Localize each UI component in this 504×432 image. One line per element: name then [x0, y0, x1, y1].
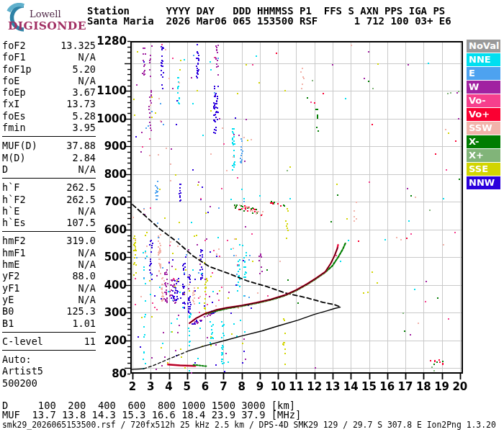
x-tick-label: 5 [178, 380, 197, 393]
parameter-row: foEp3.67 [2, 86, 96, 98]
parameter-row: fxI13.73 [2, 98, 96, 109]
header-line-2: Santa Maria 2026 Mar06 065 153500 RSF 1 … [87, 15, 451, 27]
logo-lowell-text: Lowell [30, 9, 61, 19]
legend-item-vo-: Vo- [467, 94, 500, 107]
x-tick-label: 11 [287, 380, 305, 393]
x-tick-label: 18 [414, 380, 433, 393]
parameter-row: yEN/A [2, 294, 96, 305]
parameter-row: hmF2319.0 [2, 235, 96, 246]
parameter-value: N/A [78, 75, 96, 86]
parameter-label: 500200 [2, 377, 37, 389]
legend-item-vo+: Vo+ [467, 108, 500, 121]
parameter-label: hmE [2, 258, 19, 270]
parameter-label: B0 [2, 305, 14, 317]
parameter-row: foF1N/A [2, 51, 96, 63]
parameter-label: fmin [2, 122, 26, 133]
x-tick-label: 15 [360, 380, 379, 393]
parameter-label: Artist5 [2, 365, 43, 377]
x-tick-label: 20 [451, 380, 469, 393]
parameter-row: yF288.0 [2, 270, 96, 282]
parameter-value: 125.3 [66, 305, 96, 317]
parameter-value: N/A [78, 51, 96, 63]
parameter-value: N/A [78, 258, 96, 270]
ionogram-app: { "logo": { "line1": "Lowell", "line2": … [0, 0, 504, 432]
parameter-row: yF1N/A [2, 282, 96, 294]
parameter-label: C-level [2, 336, 43, 347]
parameter-label: Auto: [2, 354, 32, 365]
x-tick-label: 10 [269, 380, 287, 393]
parameter-value: 88.0 [72, 270, 96, 282]
parameter-row: foEN/A [2, 75, 96, 86]
logo-digisonde-text: DIGISONDE [8, 19, 86, 32]
y-tick-label: 700 [95, 196, 127, 207]
x-tick-label: 13 [323, 380, 342, 393]
parameter-value: 262.5 [66, 194, 96, 205]
parameter-row: h`EN/A [2, 205, 96, 217]
legend-item-noval: NoVal [467, 40, 500, 53]
parameter-value: 13.73 [66, 98, 96, 109]
legend-item-x-: X- [467, 135, 500, 148]
parameter-label: h`F [2, 181, 19, 193]
parameter-row: foF213.325 [2, 40, 96, 51]
parameter-value: 1.01 [72, 318, 96, 329]
parameter-row: hmEN/A [2, 258, 96, 270]
parameter-value: N/A [78, 247, 96, 258]
status-line: smk29_2026065153500.rsf / 720fx512h 25 k… [2, 420, 496, 430]
parameter-row: C-level11 [2, 336, 96, 347]
parameter-row: fmin3.95 [2, 122, 96, 133]
x-tick-label: 2 [123, 380, 142, 393]
parameter-label: yF1 [2, 282, 19, 294]
legend-item-w: W [467, 81, 500, 94]
parameter-label: M(D) [2, 152, 26, 163]
parameter-label: MUF(D) [2, 140, 37, 151]
parameter-row: h`F262.5 [2, 181, 96, 193]
x-tick-label: 9 [251, 380, 269, 393]
parameter-label: h`F2 [2, 194, 26, 205]
parameter-label: foEs [2, 110, 26, 122]
parameter-label: yF2 [2, 270, 19, 282]
y-tick-label: 1100 [95, 85, 127, 96]
parameter-value: 262.5 [66, 181, 96, 193]
panel-separator [2, 332, 96, 333]
panel-separator [2, 136, 96, 137]
parameter-label: hmF2 [2, 235, 26, 246]
panel-separator [2, 231, 96, 232]
x-tick-label: 3 [141, 380, 160, 393]
parameter-row: h`Es107.5 [2, 217, 96, 228]
panel-separator [2, 350, 96, 351]
y-tick-label: 800 [95, 168, 127, 180]
y-tick-label: 1000 [95, 113, 127, 125]
parameter-label: yE [2, 294, 14, 305]
parameter-row: B0125.3 [2, 305, 96, 317]
parameter-value: N/A [78, 282, 96, 294]
lowell-digisonde-logo: Lowell DIGISONDE [3, 1, 86, 35]
parameter-row: Artist5 [2, 365, 96, 377]
x-tick-label: 19 [433, 380, 451, 393]
parameter-row: foF1p5.20 [2, 63, 96, 75]
parameter-row: B11.01 [2, 318, 96, 329]
parameter-label: D [2, 163, 8, 175]
parameter-label: hmF1 [2, 247, 26, 258]
parameter-label: B1 [2, 318, 14, 329]
muf-scale-line: MUF 13.7 13.8 14.3 15.3 16.6 18.4 23.9 3… [2, 409, 301, 420]
panel-separator [2, 178, 96, 179]
legend-item-nne: NNE [467, 53, 500, 66]
parameter-value: 5.28 [72, 110, 96, 122]
parameter-value: 2.84 [72, 152, 96, 163]
x-tick-label: 6 [196, 380, 215, 393]
y-tick-label: 200 [95, 335, 127, 346]
parameter-row: hmF1N/A [2, 247, 96, 258]
parameter-value: 319.0 [66, 235, 96, 246]
parameter-value: N/A [78, 205, 96, 217]
parameter-label: foF2 [2, 40, 26, 51]
parameter-value: 37.88 [66, 140, 96, 151]
parameter-value: 5.20 [72, 63, 96, 75]
parameter-row: MUF(D)37.88 [2, 140, 96, 151]
parameter-label: h`E [2, 205, 19, 217]
parameter-value: N/A [78, 163, 96, 175]
x-tick-label: 14 [341, 380, 360, 393]
parameter-row: 500200 [2, 377, 96, 389]
y-tick-label: 300 [95, 307, 127, 318]
y-tick-label: 600 [95, 224, 127, 235]
y-tick-label: 900 [95, 140, 127, 152]
